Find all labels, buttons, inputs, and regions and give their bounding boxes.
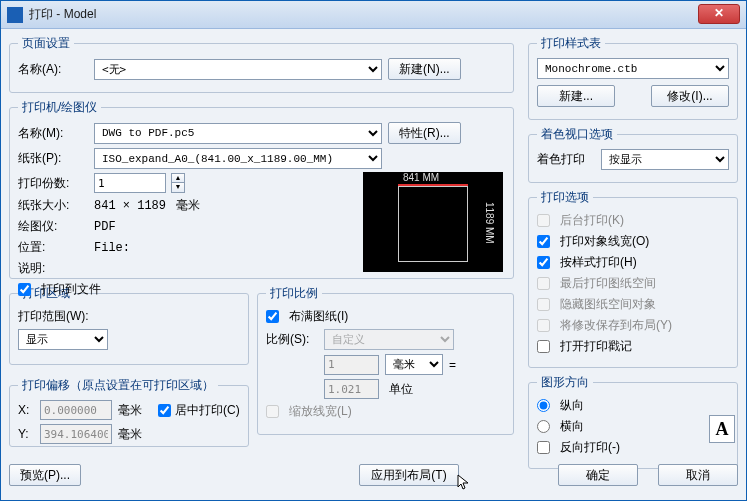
shade-viewport-group: 着色视口选项 着色打印 按显示	[528, 126, 738, 183]
fit-to-paper-checkbox[interactable]	[266, 310, 279, 323]
print-offset-legend: 打印偏移（原点设置在可打印区域）	[18, 377, 218, 394]
opt-lw-label: 打印对象线宽(O)	[560, 233, 649, 250]
offset-y-label: Y:	[18, 427, 34, 441]
orientation-icon: A	[709, 415, 735, 443]
paper-preview: 841 MM 1189 MM	[363, 172, 503, 272]
opt-styled-label: 按样式打印(H)	[560, 254, 637, 271]
fit-to-paper-label: 布满图纸(I)	[289, 308, 348, 325]
style-table-select[interactable]: Monochrome.ctb	[537, 58, 729, 79]
orientation-legend: 图形方向	[537, 374, 593, 391]
cancel-button[interactable]: 取消	[658, 464, 738, 486]
paper-size-value: 841 × 1189	[94, 199, 166, 213]
printer-legend: 打印机/绘图仪	[18, 99, 101, 116]
preview-button[interactable]: 预览(P)...	[9, 464, 81, 486]
style-table-group: 打印样式表 Monochrome.ctb 新建... 修改(I)...	[528, 35, 738, 120]
style-edit-button[interactable]: 修改(I)...	[651, 85, 729, 107]
ok-button[interactable]: 确定	[558, 464, 638, 486]
print-options-group: 打印选项 后台打印(K) 打印对象线宽(O) 按样式打印(H) 最后打印图纸空间…	[528, 189, 738, 368]
page-new-button[interactable]: 新建(N)...	[388, 58, 461, 80]
offset-x-input[interactable]	[40, 400, 112, 420]
scale-ratio-select[interactable]: 自定义	[324, 329, 454, 350]
shade-label: 着色打印	[537, 151, 595, 168]
scale-ratio-label: 比例(S):	[266, 331, 318, 348]
location-label: 位置:	[18, 239, 88, 256]
orient-reverse-label: 反向打印(-)	[560, 439, 620, 456]
print-dialog: 打印 - Model ✕ 页面设置 名称(A): <无> 新建(N)... 打印…	[0, 0, 747, 501]
page-setup-group: 页面设置 名称(A): <无> 新建(N)...	[9, 35, 514, 93]
offset-y-input[interactable]	[40, 424, 112, 444]
orient-portrait-label: 纵向	[560, 397, 584, 414]
scale-num2-input[interactable]	[324, 379, 379, 399]
scale-lineweight-label: 缩放线宽(L)	[289, 403, 352, 420]
print-range-label: 打印范围(W):	[18, 308, 240, 325]
copies-up[interactable]: ▲	[171, 173, 185, 183]
scale-lineweight-checkbox[interactable]	[266, 405, 279, 418]
orient-landscape-radio[interactable]	[537, 420, 550, 433]
opt-save-label: 将修改保存到布局(Y)	[560, 317, 672, 334]
print-offset-group: 打印偏移（原点设置在可打印区域） X: 毫米 居中打印(C) Y: 毫米	[9, 377, 249, 447]
paper-label: 纸张(P):	[18, 150, 88, 167]
opt-bg-label: 后台打印(K)	[560, 212, 624, 229]
printer-group: 打印机/绘图仪 名称(M): DWG to PDF.pc5 特性(R)... 纸…	[9, 99, 514, 279]
orient-landscape-label: 横向	[560, 418, 584, 435]
scale-unit-select[interactable]: 毫米	[385, 354, 443, 375]
printer-props-button[interactable]: 特性(R)...	[388, 122, 461, 144]
shade-legend: 着色视口选项	[537, 126, 617, 143]
options-legend: 打印选项	[537, 189, 593, 206]
style-new-button[interactable]: 新建...	[537, 85, 615, 107]
scale-equals: =	[449, 358, 456, 372]
device-label: 绘图仪:	[18, 218, 88, 235]
offset-x-label: X:	[18, 403, 34, 417]
preview-page	[398, 186, 468, 262]
page-setup-legend: 页面设置	[18, 35, 74, 52]
print-to-file-label: 打印到文件	[41, 281, 101, 298]
cursor-icon	[457, 474, 471, 492]
copies-label: 打印份数:	[18, 175, 88, 192]
scale-unit2-label: 单位	[385, 381, 443, 398]
page-name-label: 名称(A):	[18, 61, 88, 78]
print-scale-group: 打印比例 布满图纸(I) 比例(S): 自定义 毫米 =	[257, 285, 514, 435]
opt-hide-label: 隐藏图纸空间对象	[560, 296, 656, 313]
opt-bg-checkbox[interactable]	[537, 214, 550, 227]
preview-right-label: 1189 MM	[484, 202, 495, 244]
titlebar[interactable]: 打印 - Model ✕	[1, 1, 746, 29]
close-button[interactable]: ✕	[698, 4, 740, 24]
opt-stamp-checkbox[interactable]	[537, 340, 550, 353]
printer-name-select[interactable]: DWG to PDF.pc5	[94, 123, 382, 144]
offset-y-unit: 毫米	[118, 426, 142, 443]
opt-hide-checkbox[interactable]	[537, 298, 550, 311]
print-range-select[interactable]: 显示	[18, 329, 108, 350]
window-title: 打印 - Model	[29, 6, 96, 23]
printer-name-label: 名称(M):	[18, 125, 88, 142]
print-to-file-checkbox[interactable]	[18, 283, 31, 296]
app-icon	[7, 7, 23, 23]
style-table-legend: 打印样式表	[537, 35, 605, 52]
scale-num1-input[interactable]	[324, 355, 379, 375]
opt-styled-checkbox[interactable]	[537, 256, 550, 269]
offset-x-unit: 毫米	[118, 402, 142, 419]
page-name-select[interactable]: <无>	[94, 59, 382, 80]
orient-reverse-checkbox[interactable]	[537, 441, 550, 454]
shade-select[interactable]: 按显示	[601, 149, 729, 170]
center-plot-label: 居中打印(C)	[175, 403, 240, 417]
device-value: PDF	[94, 220, 116, 234]
copies-down[interactable]: ▼	[171, 183, 185, 193]
location-value: File:	[94, 241, 130, 255]
opt-stamp-label: 打开打印戳记	[560, 338, 632, 355]
center-plot-checkbox[interactable]	[158, 404, 171, 417]
button-bar: 预览(P)... 应用到布局(T) 确定 取消	[9, 464, 738, 492]
opt-paperlast-label: 最后打印图纸空间	[560, 275, 656, 292]
opt-save-checkbox[interactable]	[537, 319, 550, 332]
paper-size-label: 纸张大小:	[18, 197, 88, 214]
orient-portrait-radio[interactable]	[537, 399, 550, 412]
paper-size-unit: 毫米	[176, 197, 200, 214]
copies-input[interactable]	[94, 173, 166, 193]
orientation-group: 图形方向 纵向 横向 反向打印(-) A	[528, 374, 738, 469]
preview-top-label: 841 MM	[403, 172, 439, 183]
opt-paperlast-checkbox[interactable]	[537, 277, 550, 290]
opt-lw-checkbox[interactable]	[537, 235, 550, 248]
desc-label: 说明:	[18, 260, 88, 277]
paper-select[interactable]: ISO_expand_A0_(841.00_x_1189.00_MM)	[94, 148, 382, 169]
apply-to-layout-button[interactable]: 应用到布局(T)	[359, 464, 459, 486]
